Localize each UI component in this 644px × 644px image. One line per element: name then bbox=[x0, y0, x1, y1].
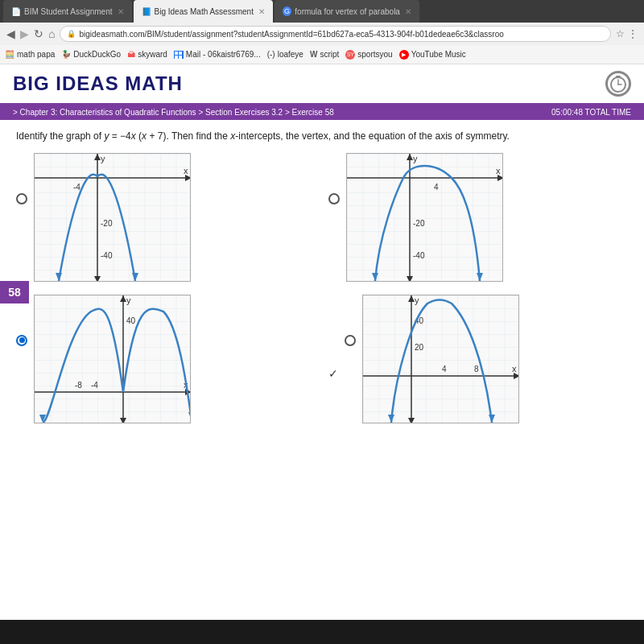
svg-text:y: y bbox=[126, 295, 131, 305]
svg-text:8: 8 bbox=[474, 365, 479, 374]
bookmark-math-papa[interactable]: 🧮 math papa bbox=[5, 50, 55, 59]
breadcrumb: > Chapter 3: Characteristics of Quadrati… bbox=[13, 108, 334, 117]
extensions-area: ☆ ⋮ bbox=[616, 28, 638, 39]
graph-option-2: x y 4 -20 -40 bbox=[328, 153, 628, 282]
skyward-icon: 🏔 bbox=[127, 50, 135, 59]
page-content: BIG IDEAS MATH > Chapter 3: Characterist… bbox=[0, 64, 644, 620]
graph-option-4: x y 4 8 40 20 bbox=[345, 295, 519, 423]
svg-text:4: 4 bbox=[434, 183, 439, 192]
graph-box-3[interactable]: x y -8 -4 40 bbox=[34, 295, 191, 423]
svg-text:-8: -8 bbox=[75, 381, 82, 390]
svg-text:-4: -4 bbox=[91, 381, 98, 390]
nav-forward[interactable]: ▶ bbox=[20, 27, 29, 40]
star-icon[interactable]: ☆ bbox=[616, 28, 625, 39]
tab-icon: 📄 bbox=[11, 7, 21, 16]
bookmark-sportsyou[interactable]: SY sportsyou bbox=[345, 50, 392, 60]
mail-icon bbox=[174, 51, 184, 59]
bookmark-loafeye[interactable]: (-) loafeye bbox=[267, 50, 303, 59]
svg-text:x: x bbox=[512, 364, 517, 374]
nav-reload[interactable]: ↻ bbox=[34, 27, 43, 40]
svg-text:-20: -20 bbox=[101, 219, 113, 228]
graph-option-1: x y -4 -20 -40 bbox=[16, 153, 316, 282]
graph-option-3: x y -8 -4 40 bbox=[16, 295, 316, 423]
timer-icon-svg bbox=[609, 75, 627, 93]
bookmark-youtube-music[interactable]: ▶ YouTube Music bbox=[399, 50, 466, 60]
radio-3[interactable] bbox=[16, 335, 27, 346]
graph-box-1[interactable]: x y -4 -20 -40 bbox=[34, 153, 191, 282]
graph-box-4[interactable]: x y 4 8 40 20 bbox=[362, 295, 519, 423]
radio-2[interactable] bbox=[328, 193, 340, 204]
radio-4[interactable] bbox=[345, 335, 356, 346]
svg-text:-4: -4 bbox=[73, 183, 80, 192]
svg-text:4: 4 bbox=[442, 365, 447, 374]
tab-formula[interactable]: G formula for vertex of parabola ✕ bbox=[275, 0, 419, 23]
browser-tab-bar: 📄 BIM Student Assignment ✕ 📘 Big Ideas M… bbox=[0, 0, 644, 23]
graph-svg-4: x y 4 8 40 20 bbox=[363, 295, 519, 423]
svg-text:-40: -40 bbox=[413, 251, 425, 260]
tab-close-icon3[interactable]: ✕ bbox=[405, 7, 411, 16]
bookmark-duckduckgo[interactable]: 🦆 DuckDuckGo bbox=[61, 50, 121, 59]
address-bar-row: ◀ ▶ ↻ ⌂ 🔒 bigideasmath.com/BIM/student/a… bbox=[0, 23, 644, 45]
tab-bim[interactable]: 📄 BIM Student Assignment ✕ bbox=[3, 0, 132, 23]
nav-home[interactable]: ⌂ bbox=[48, 27, 55, 40]
svg-text:y: y bbox=[413, 154, 418, 163]
sportsyou-icon: SY bbox=[345, 50, 355, 60]
youtube-music-icon: ▶ bbox=[399, 50, 409, 60]
svg-text:-20: -20 bbox=[413, 219, 425, 228]
tab-close-icon[interactable]: ✕ bbox=[118, 7, 124, 16]
graphs-container: x y -4 -20 -40 bbox=[16, 153, 628, 423]
bookmarks-bar: 🧮 math papa 🦆 DuckDuckGo 🏔 skyward Mail … bbox=[0, 45, 644, 64]
svg-text:20: 20 bbox=[415, 343, 424, 352]
bim-logo: BIG IDEAS MATH bbox=[13, 72, 183, 95]
timer-container bbox=[605, 71, 631, 97]
svg-text:-40: -40 bbox=[101, 251, 113, 260]
address-text: bigideasmath.com/BIM/student/assignment?… bbox=[79, 30, 503, 39]
exercise-area: Identify the graph of y = −4x (x + 7). T… bbox=[0, 120, 644, 433]
tab-assessment[interactable]: 📘 Big Ideas Math Assessment ✕ bbox=[134, 0, 273, 23]
svg-text:x: x bbox=[496, 166, 501, 175]
address-bar[interactable]: 🔒 bigideasmath.com/BIM/student/assignmen… bbox=[60, 26, 611, 42]
bim-header: BIG IDEAS MATH bbox=[0, 64, 644, 105]
svg-text:40: 40 bbox=[126, 316, 136, 325]
checkmark: ✓ bbox=[328, 367, 338, 380]
bookmark-mail[interactable]: Mail - 06kaistr6769... bbox=[174, 50, 261, 59]
math-papa-icon: 🧮 bbox=[5, 50, 14, 59]
question-text: Identify the graph of y = −4x (x + 7). T… bbox=[16, 130, 628, 143]
svg-text:x: x bbox=[184, 166, 188, 175]
nav-back[interactable]: ◀ bbox=[6, 27, 15, 40]
svg-text:y: y bbox=[101, 154, 105, 163]
bookmark-skyward[interactable]: 🏔 skyward bbox=[127, 50, 167, 59]
duckduckgo-icon: 🦆 bbox=[61, 50, 71, 59]
svg-text:y: y bbox=[415, 295, 419, 305]
breadcrumb-row: > Chapter 3: Characteristics of Quadrati… bbox=[0, 105, 644, 120]
tab-icon2: 📘 bbox=[142, 7, 151, 16]
graph-svg-2: x y 4 -20 -40 bbox=[347, 154, 503, 282]
graph-option-4-wrapper: ✓ bbox=[328, 295, 628, 423]
svg-rect-30 bbox=[35, 295, 191, 423]
svg-rect-1 bbox=[616, 76, 621, 77]
svg-rect-43 bbox=[363, 295, 519, 423]
svg-rect-17 bbox=[347, 154, 503, 282]
radio-1[interactable] bbox=[16, 193, 27, 204]
tab-icon3: G bbox=[283, 6, 291, 16]
graph-box-2[interactable]: x y 4 -20 -40 bbox=[346, 153, 503, 282]
bookmark-script[interactable]: W script bbox=[310, 50, 339, 59]
script-icon: W bbox=[310, 50, 317, 59]
time-display: 05:00:48 TOTAL TIME bbox=[551, 108, 631, 117]
menu-icon[interactable]: ⋮ bbox=[628, 28, 638, 39]
loafeye-icon: (-) bbox=[267, 50, 275, 59]
tab-close-icon2[interactable]: ✕ bbox=[258, 7, 265, 16]
graph-svg-3: x y -8 -4 40 bbox=[35, 295, 191, 423]
graph-svg-1: x y -4 -20 -40 bbox=[35, 154, 191, 282]
svg-rect-4 bbox=[35, 154, 191, 282]
